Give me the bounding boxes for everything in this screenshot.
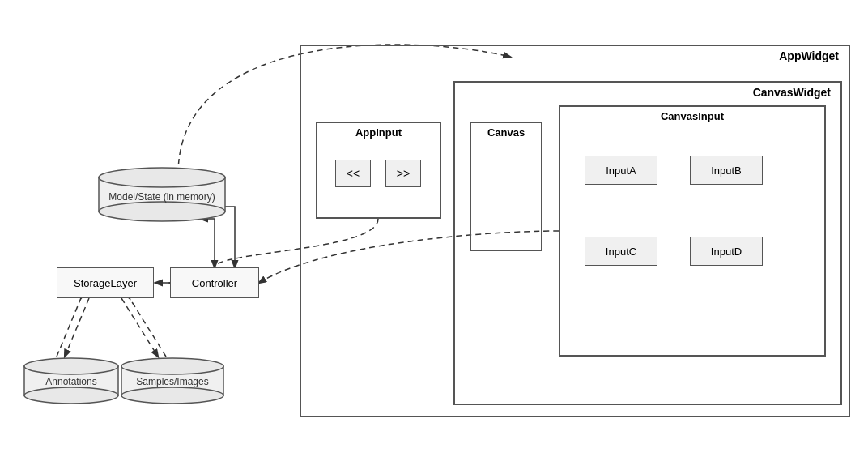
storagelayer-box: StorageLayer bbox=[57, 267, 154, 298]
storagelayer-label: StorageLayer bbox=[74, 277, 137, 289]
diagram: AppWidget CanvasWidget AppInput << >> Ca… bbox=[0, 0, 868, 457]
svg-text:Samples/Images: Samples/Images bbox=[136, 376, 208, 387]
inputb-button[interactable]: InputB bbox=[690, 156, 763, 185]
svg-text:Model/State (in memory): Model/State (in memory) bbox=[108, 191, 215, 203]
samples-cylinder: Samples/Images bbox=[120, 357, 225, 408]
controller-box: Controller bbox=[170, 267, 259, 298]
appwidget-label: AppWidget bbox=[779, 49, 839, 62]
svg-text:Annotations: Annotations bbox=[45, 376, 96, 387]
inputc-button[interactable]: InputC bbox=[585, 237, 657, 266]
next-button[interactable]: >> bbox=[385, 160, 421, 187]
modelstate-cylinder: Model/State (in memory) bbox=[97, 166, 227, 225]
prev-button[interactable]: << bbox=[335, 160, 371, 187]
appinput-label: AppInput bbox=[317, 126, 440, 139]
annotations-cylinder: Annotations bbox=[23, 357, 120, 408]
canvasinput-label: CanvasInput bbox=[560, 110, 824, 122]
controller-label: Controller bbox=[192, 277, 237, 289]
canvasinput-container: CanvasInput InputA InputB InputC InputD bbox=[559, 105, 826, 357]
inputd-button[interactable]: InputD bbox=[690, 237, 763, 266]
canvas-box-container: Canvas Actor bbox=[470, 122, 542, 251]
canvaswidget-label: CanvasWidget bbox=[753, 86, 831, 99]
canvas-label: Canvas bbox=[471, 126, 541, 139]
inputa-button[interactable]: InputA bbox=[585, 156, 657, 185]
appinput-container: AppInput << >> bbox=[316, 122, 441, 219]
